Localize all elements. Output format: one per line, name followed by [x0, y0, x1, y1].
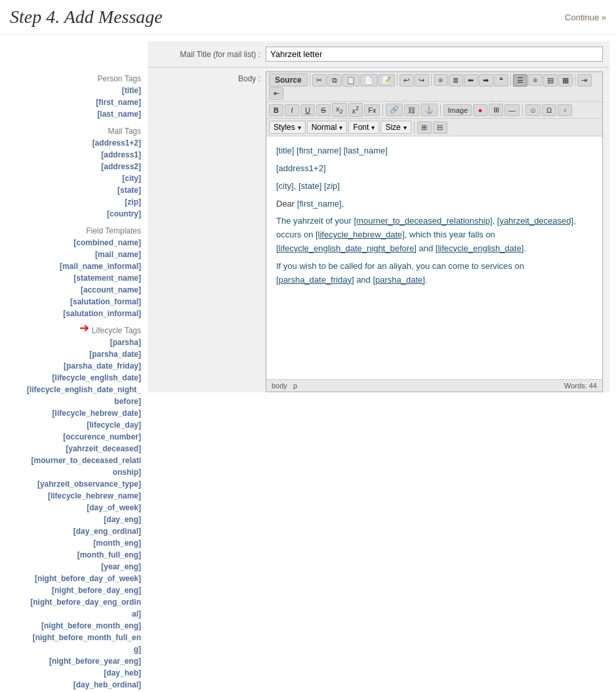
blockquote-button[interactable]: ❝ [494, 74, 508, 87]
redo-button[interactable]: ↪ [415, 74, 429, 87]
main-layout: Person Tags [title] [first_name] [last_n… [0, 35, 616, 692]
tag-country[interactable]: [country] [7, 208, 141, 220]
tag-parsha-date-friday[interactable]: [parsha_date_friday] [7, 360, 141, 372]
tag-yahrzeit-observance-type[interactable]: [yahrzeit_observance_type] [7, 478, 141, 490]
bold-button[interactable]: B [269, 104, 283, 116]
paste-word-button[interactable]: 📝 [378, 74, 395, 87]
list-ordered-button[interactable]: ≡ [434, 74, 448, 86]
tag-mail-name-informal[interactable]: [mail_name_informal] [7, 260, 141, 272]
lifecycle-tags-row: ➔ Lifecycle Tags [7, 319, 141, 336]
normal-dropdown[interactable]: Normal [307, 121, 348, 134]
cut-button[interactable]: ✂ [312, 74, 327, 87]
tag-parsha-date[interactable]: [parsha_date] [7, 348, 141, 360]
sidebar: Person Tags [title] [first_name] [last_n… [7, 41, 148, 692]
tag-address1-2-content: [address1+2] [276, 163, 326, 173]
tag-firstname-content: [first_name] [297, 146, 341, 155]
paste-button[interactable]: 📋 [342, 74, 359, 87]
align-right2-button[interactable]: ▤ [543, 74, 558, 87]
size-dropdown[interactable]: Size [380, 121, 411, 134]
tag-lifecycle-hebrew-date[interactable]: [lifecycle_hebrew_date] [7, 407, 141, 419]
tag-mourner-relationship[interactable]: [mourner_to_deceased_relationship] [7, 455, 141, 478]
editor-path: body p [272, 382, 297, 390]
rtl-button[interactable]: ⇤ [269, 87, 283, 100]
source-button[interactable]: Source [269, 73, 308, 87]
p-path: p [293, 382, 297, 390]
smiley-button[interactable]: ☺ [525, 104, 541, 116]
tag-day-eng-ordinal[interactable]: [day_eng_ordinal] [7, 525, 141, 537]
italic-button[interactable]: I [285, 104, 299, 116]
styles-dropdown[interactable]: Styles [269, 121, 306, 134]
comma-state: , [294, 181, 298, 191]
editor-dear-line: Dear [first_name], [276, 197, 592, 211]
tag-night-before-month-eng[interactable]: [night_before_month_eng] [7, 620, 141, 632]
tag-city[interactable]: [city] [7, 173, 141, 184]
list-unordered-button[interactable]: ≣ [449, 74, 463, 87]
tag-address1[interactable]: [address1] [7, 149, 141, 161]
tag-lifecycle-english-date-night-before[interactable]: [lifecycle_english_date_night_before] [7, 384, 141, 407]
tag-account-name[interactable]: [account_name] [7, 284, 141, 296]
tag-zip[interactable]: [zip] [7, 196, 141, 208]
tag-salutation-informal[interactable]: [salutation_informal] [7, 308, 141, 319]
continue-link[interactable]: Continue » [565, 12, 606, 22]
grid-view-button[interactable]: ⊞ [417, 121, 432, 134]
tag-night-before-month-full-eng[interactable]: [night_before_month_full_eng] [7, 632, 141, 655]
tag-lifecycle-day[interactable]: [lifecycle_day] [7, 419, 141, 431]
table-insert-button[interactable]: ⊟ [433, 121, 447, 134]
editor-toolbar-2: B I U S x2 x2 Fx 🔗 ⛓ ⚓ Image ● ⊞ — [266, 102, 602, 119]
tag-month-full-eng[interactable]: [month_full_eng] [7, 549, 141, 561]
tag-night-before-year-eng[interactable]: [night_before_year_eng] [7, 655, 141, 667]
underline-button[interactable]: U [300, 104, 315, 116]
align-right-button[interactable]: ➡ [479, 74, 493, 87]
tag-night-before-day-of-week[interactable]: [night_before_day_of_week] [7, 573, 141, 584]
tag-parsha[interactable]: [parsha] [7, 336, 141, 348]
omega-button[interactable]: Ω [542, 104, 556, 116]
tag-occurence-number[interactable]: [occurence_number] [7, 431, 141, 443]
align-left-active-button[interactable]: ☰ [513, 74, 527, 87]
align-justify-button[interactable]: ▦ [558, 74, 573, 87]
tag-salutation-formal[interactable]: [salutation_formal] [7, 296, 141, 308]
tag-address1-2[interactable]: [address1+2] [7, 137, 141, 149]
tag-day-of-week[interactable]: [day_of_week] [7, 502, 141, 514]
tag-day-heb[interactable]: [day_heb] [7, 667, 141, 679]
copy-button[interactable]: ⧉ [327, 74, 342, 87]
anchor-button[interactable]: ⚓ [421, 104, 438, 116]
tag-lifecycle-hebrew-name[interactable]: [lifecycle_hebrew_name] [7, 490, 141, 502]
globe-button[interactable]: ♀ [558, 104, 572, 116]
align-center-button[interactable]: ≡ [528, 74, 543, 86]
tag-last-name[interactable]: [last_name] [7, 108, 141, 120]
align-left-button[interactable]: ⬅ [464, 74, 478, 87]
superscript-button[interactable]: x2 [348, 103, 363, 117]
tag-yahrzeit-deceased[interactable]: [yahrzeit_deceased] [7, 443, 141, 455]
tag-night-before-day-eng-ordinal[interactable]: [night_before_day_eng_ordinal] [7, 596, 141, 620]
tag-day-heb-ordinal[interactable]: [day_heb_ordinal] [7, 679, 141, 691]
unlink-button[interactable]: ⛓ [404, 104, 419, 116]
tag-combined-name[interactable]: [combined_name] [7, 237, 141, 249]
strikethrough-button[interactable]: S [316, 104, 331, 116]
paste-text-button[interactable]: 📄 [360, 74, 377, 87]
tag-statement-name[interactable]: [statement_name] [7, 272, 141, 284]
image-button[interactable]: Image [443, 104, 472, 116]
tag-title[interactable]: [title] [7, 85, 141, 96]
hr-button[interactable]: — [504, 104, 520, 116]
tag-parsha-friday-content: [parsha_date_friday] [276, 275, 354, 285]
tag-mail-name[interactable]: [mail_name] [7, 249, 141, 260]
tag-lifecycle-english-date[interactable]: [lifecycle_english_date] [7, 372, 141, 384]
tag-day-eng[interactable]: [day_eng] [7, 514, 141, 525]
tag-state[interactable]: [state] [7, 184, 141, 196]
font-dropdown[interactable]: Font [348, 121, 379, 134]
tag-month-eng[interactable]: [month_eng] [7, 537, 141, 549]
tag-year-eng[interactable]: [year_eng] [7, 561, 141, 573]
tag-night-before-day-eng[interactable]: [night_before_day_eng] [7, 584, 141, 596]
link-button[interactable]: 🔗 [386, 104, 403, 116]
subscript-button[interactable]: x2 [332, 103, 347, 117]
undo-button[interactable]: ↩ [400, 74, 414, 87]
table-button[interactable]: ⊞ [489, 104, 503, 116]
mail-title-input[interactable] [266, 47, 603, 62]
editor-body[interactable]: [title] [first_name] [last_name] [addres… [266, 136, 602, 379]
tag-first-name[interactable]: [first_name] [7, 96, 141, 108]
format-button[interactable]: Fx [364, 104, 380, 116]
flash-button[interactable]: ● [473, 104, 487, 116]
ltr-button[interactable]: ⇥ [577, 74, 592, 87]
tag-title-content: [title] [276, 146, 294, 155]
tag-address2[interactable]: [address2] [7, 161, 141, 173]
